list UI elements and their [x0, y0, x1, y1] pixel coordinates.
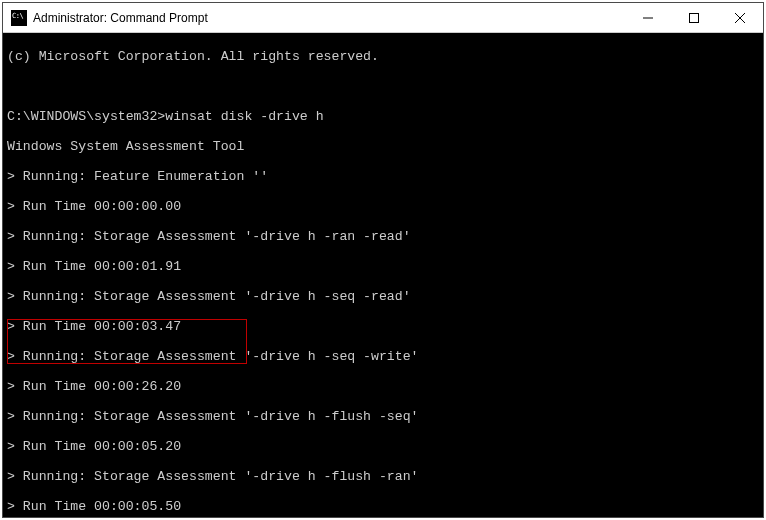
output-line: > Run Time 00:00:05.20 [7, 439, 759, 454]
output-line: > Running: Storage Assessment '-drive h … [7, 469, 759, 484]
maximize-button[interactable] [671, 3, 717, 33]
output-line: > Running: Storage Assessment '-drive h … [7, 349, 759, 364]
minimize-button[interactable] [625, 3, 671, 33]
window-title: Administrator: Command Prompt [33, 11, 625, 25]
output-line: > Running: Storage Assessment '-drive h … [7, 409, 759, 424]
close-icon [735, 13, 745, 23]
svg-rect-1 [690, 13, 699, 22]
output-line [7, 79, 759, 94]
minimize-icon [643, 13, 653, 23]
output-line: > Running: Storage Assessment '-drive h … [7, 229, 759, 244]
maximize-icon [689, 13, 699, 23]
output-line: > Run Time 00:00:01.91 [7, 259, 759, 274]
titlebar[interactable]: Administrator: Command Prompt [3, 3, 763, 33]
command-prompt-window: Administrator: Command Prompt (c) Micros… [2, 2, 764, 518]
output-line: > Run Time 00:00:05.50 [7, 499, 759, 514]
close-button[interactable] [717, 3, 763, 33]
output-line: > Running: Feature Enumeration '' [7, 169, 759, 184]
output-line: > Running: Storage Assessment '-drive h … [7, 289, 759, 304]
output-line: > Run Time 00:00:26.20 [7, 379, 759, 394]
command-line: C:\WINDOWS\system32>winsat disk -drive h [7, 109, 759, 124]
terminal-output[interactable]: (c) Microsoft Corporation. All rights re… [3, 33, 763, 517]
output-line: (c) Microsoft Corporation. All rights re… [7, 49, 759, 64]
cmd-icon [11, 10, 27, 26]
output-line: Windows System Assessment Tool [7, 139, 759, 154]
output-line: > Run Time 00:00:00.00 [7, 199, 759, 214]
output-line: > Run Time 00:00:03.47 [7, 319, 759, 334]
